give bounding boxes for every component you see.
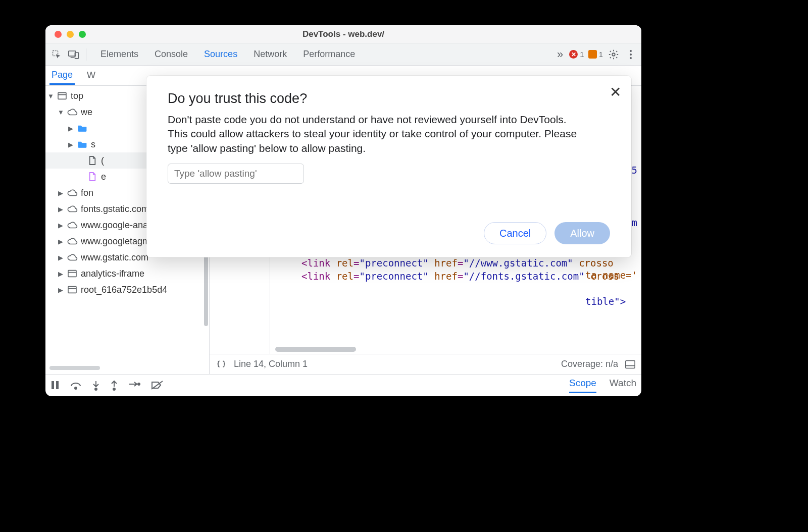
tree-expander-icon[interactable]: ▶ — [58, 222, 64, 229]
tree-item-label: ( — [101, 155, 104, 166]
frame-icon — [57, 92, 68, 100]
window-close-icon[interactable] — [55, 31, 62, 38]
devtools-window: DevTools - web.dev/ ElementsConsoleSourc… — [45, 25, 641, 396]
tree-expander-icon[interactable]: ▶ — [68, 125, 74, 132]
cloud-icon — [67, 189, 78, 197]
titlebar: DevTools - web.dev/ — [45, 25, 641, 43]
panel-tabs: ElementsConsoleSourcesNetworkPerformance — [93, 45, 551, 64]
window-minimize-icon[interactable] — [67, 31, 74, 38]
allow-button[interactable]: Allow — [554, 222, 610, 244]
tree-item-label: fonts.gstatic.com — [81, 204, 149, 215]
code-fragment: ta name=' — [585, 270, 637, 281]
sidebar-horizontal-scrollbar[interactable] — [49, 366, 100, 370]
separator — [86, 48, 86, 61]
frame-icon — [67, 270, 78, 278]
file-m-icon — [87, 172, 98, 182]
svg-rect-17 — [56, 381, 59, 389]
editor-statusbar: Line 14, Column 1 Coverage: n/a — [210, 354, 641, 374]
frame-icon — [67, 286, 78, 294]
tree-expander-icon[interactable]: ▶ — [58, 238, 64, 245]
file-icon — [87, 155, 98, 166]
cloud-icon — [67, 237, 78, 245]
panel-tab-network[interactable]: Network — [246, 45, 294, 64]
subtab-page[interactable]: Page — [49, 67, 75, 85]
warning-count: 1 — [599, 50, 603, 59]
svg-rect-12 — [68, 287, 76, 293]
step-into-icon[interactable] — [92, 380, 100, 391]
svg-point-22 — [113, 388, 115, 390]
device-toggle-icon[interactable] — [67, 47, 81, 62]
kebab-menu-icon[interactable] — [624, 49, 637, 60]
tree-item-label: fon — [81, 188, 93, 198]
tree-item-label: www.gstatic.com — [81, 252, 148, 263]
svg-point-24 — [138, 383, 140, 385]
braces-icon[interactable] — [216, 359, 227, 369]
tree-expander-icon[interactable]: ▼ — [58, 109, 64, 116]
panel-tab-elements[interactable]: Elements — [93, 45, 145, 64]
tree-expander-icon[interactable]: ▶ — [58, 189, 64, 197]
cancel-button[interactable]: Cancel — [484, 222, 546, 244]
dialog-close-icon[interactable]: ✕ — [610, 84, 621, 100]
cloud-icon — [67, 253, 78, 261]
svg-point-7 — [630, 57, 632, 59]
error-dot-icon: ✕ — [569, 50, 578, 59]
panel-tabstrip: ElementsConsoleSourcesNetworkPerformance… — [45, 43, 641, 66]
panel-tab-performance[interactable]: Performance — [296, 45, 362, 64]
tab-scope[interactable]: Scope — [569, 378, 596, 393]
tree-item[interactable]: ▶analytics-iframe — [45, 265, 209, 282]
folder-icon — [77, 124, 88, 132]
cloud-icon — [67, 221, 78, 229]
tree-expander-icon[interactable]: ▶ — [58, 254, 64, 261]
tree-expander-icon[interactable]: ▶ — [58, 286, 64, 294]
subtab-workspace[interactable]: W — [85, 67, 97, 84]
dialog-body: Don't paste code you do not understand o… — [168, 113, 582, 155]
tree-item-label: we — [81, 107, 92, 118]
tree-expander-icon[interactable]: ▶ — [68, 141, 74, 148]
folder-icon — [77, 140, 88, 148]
step-over-icon[interactable] — [70, 380, 82, 391]
deactivate-breakpoints-icon[interactable] — [150, 380, 164, 391]
debugger-toolbar: Scope Watch — [45, 374, 641, 396]
panel-tab-sources[interactable]: Sources — [197, 45, 244, 64]
allow-pasting-input[interactable] — [168, 164, 304, 184]
tree-item-label: top — [71, 91, 83, 101]
coverage-label: Coverage: n/a — [561, 359, 618, 369]
svg-point-4 — [612, 53, 615, 56]
tree-item-label: s — [91, 139, 95, 150]
svg-point-18 — [75, 387, 77, 389]
svg-point-20 — [95, 388, 97, 390]
error-count-badge[interactable]: ✕ 1 — [569, 50, 584, 59]
inspect-element-icon[interactable] — [49, 47, 64, 62]
window-title: DevTools - web.dev/ — [45, 29, 641, 39]
tree-item-label: e — [101, 172, 106, 182]
more-tabs-chevron-icon[interactable]: » — [554, 48, 566, 61]
tree-expander-icon[interactable]: ▼ — [47, 92, 54, 100]
step-icon[interactable] — [128, 380, 140, 391]
code-horizontal-scrollbar[interactable] — [275, 347, 356, 352]
panel-tab-console[interactable]: Console — [147, 45, 195, 64]
tree-item-label: analytics-iframe — [81, 269, 144, 279]
window-zoom-icon[interactable] — [79, 31, 86, 38]
dialog-heading: Do you trust this code? — [168, 91, 610, 107]
tree-item[interactable]: ▶root_616a752e1b5d4 — [45, 282, 209, 298]
cursor-position: Line 14, Column 1 — [234, 359, 308, 369]
panel-layout-icon[interactable] — [625, 360, 635, 369]
svg-point-5 — [630, 50, 632, 52]
cloud-icon — [67, 205, 78, 213]
svg-rect-14 — [626, 360, 635, 368]
step-out-icon[interactable] — [110, 380, 118, 391]
svg-rect-10 — [68, 271, 76, 277]
trust-code-dialog: ✕ Do you trust this code? Don't paste co… — [146, 76, 631, 257]
warning-dot-icon — [588, 50, 597, 59]
svg-rect-16 — [52, 381, 54, 389]
settings-gear-icon[interactable] — [607, 49, 620, 60]
warning-count-badge[interactable]: 1 — [588, 50, 603, 59]
tab-watch[interactable]: Watch — [610, 378, 636, 393]
tree-expander-icon[interactable]: ▶ — [58, 270, 64, 278]
pause-icon[interactable] — [50, 380, 60, 391]
traffic-lights — [55, 31, 86, 38]
svg-point-6 — [630, 54, 632, 56]
tree-expander-icon[interactable]: ▶ — [58, 205, 64, 213]
cloud-icon — [67, 108, 78, 116]
error-count: 1 — [580, 50, 584, 59]
